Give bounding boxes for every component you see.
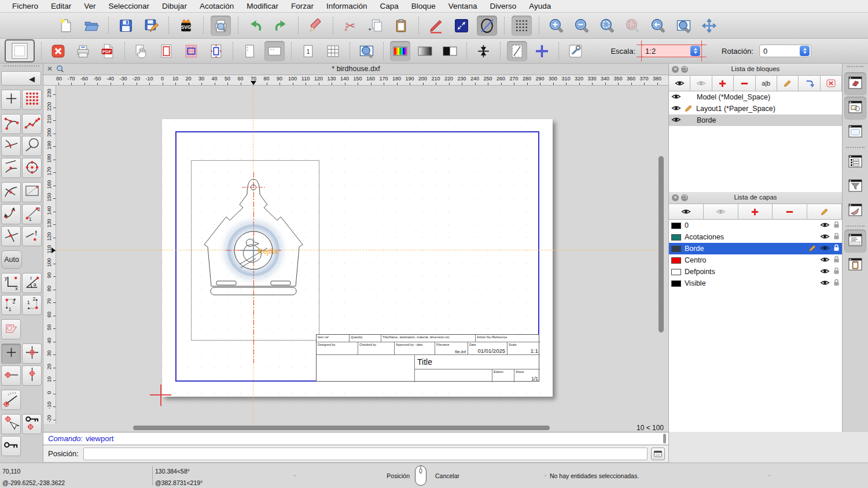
distance-snap-button[interactable]: 12: [22, 204, 42, 224]
layer-eye-icon[interactable]: [820, 233, 830, 242]
page-portrait-button[interactable]: [240, 41, 260, 61]
preview-dock-button[interactable]: [844, 121, 866, 144]
filter-dock-button[interactable]: [844, 175, 866, 198]
menu-seleccionar[interactable]: Seleccionar: [102, 2, 156, 10]
multi-page-button[interactable]: [323, 41, 343, 61]
menu-acotacion[interactable]: Acotación: [193, 2, 240, 10]
grid-toggle-button[interactable]: [512, 16, 532, 36]
menu-capa[interactable]: Capa: [374, 2, 405, 10]
settings-tools-button[interactable]: [565, 41, 586, 61]
restrict-nothing-button[interactable]: [1, 343, 21, 364]
command-scroll-thumb[interactable]: [663, 434, 666, 443]
zoom-selected-button[interactable]: [623, 16, 643, 36]
command-line[interactable]: Comando: viewport: [43, 432, 668, 445]
center-snap-button[interactable]: [22, 158, 42, 178]
draft-mode-button[interactable]: [507, 41, 527, 61]
visibility-eye-icon[interactable]: [671, 105, 681, 113]
lock-relative-zero-button[interactable]: [22, 414, 42, 434]
menu-ayuda[interactable]: Ayuda: [523, 2, 557, 10]
restrict-horizontal-button[interactable]: [1, 365, 21, 386]
undo-button[interactable]: [245, 16, 266, 36]
orthogonal-snap-button[interactable]: [1, 204, 21, 224]
layer-row[interactable]: Acotaciones: [669, 231, 842, 243]
layer-row[interactable]: Borde: [669, 243, 842, 254]
hide-all-blocks-button[interactable]: [690, 76, 712, 91]
delete-entities-button[interactable]: [306, 16, 326, 36]
zoom-previous-button[interactable]: [648, 16, 668, 36]
page-border-button[interactable]: [156, 41, 176, 61]
print-export-button[interactable]: [73, 41, 93, 61]
paste-button[interactable]: [391, 16, 411, 36]
zoom-window-button[interactable]: [674, 16, 694, 36]
layer-eye-icon[interactable]: [820, 245, 830, 253]
pick-point-button[interactable]: [1, 414, 21, 434]
restrict-orthogonal-button[interactable]: [22, 343, 42, 364]
ellipse-tool-button[interactable]: [477, 16, 497, 36]
coordinate-polar-button[interactable]: ra: [22, 273, 42, 293]
pen-dock-button[interactable]: [844, 199, 866, 223]
scale-combobox[interactable]: 1:2: [641, 45, 702, 57]
block-row[interactable]: Layout1 (*Paper_Space): [669, 103, 842, 114]
export-svg-button[interactable]: SVG: [176, 16, 196, 36]
snap-warning-button[interactable]: !: [22, 226, 42, 246]
zoom-pan-button[interactable]: [699, 16, 719, 36]
layer-lock-icon[interactable]: [833, 256, 840, 265]
rotation-stepper[interactable]: [800, 46, 810, 56]
remove-layer-button[interactable]: [773, 204, 807, 219]
auto-button-button[interactable]: Auto: [1, 250, 22, 269]
redo-button[interactable]: [271, 16, 291, 36]
show-all-layers-button[interactable]: [669, 204, 704, 219]
insert-block-button[interactable]: [799, 76, 820, 91]
menu-ver[interactable]: Ver: [78, 2, 102, 10]
remove-block-button[interactable]: [734, 76, 755, 91]
nearest-snap-button[interactable]: [1, 158, 21, 178]
menu-informacion[interactable]: Información: [320, 2, 374, 10]
hatch-area-button[interactable]: [181, 41, 201, 61]
menu-ventana[interactable]: Ventana: [442, 2, 484, 10]
open-file-button[interactable]: [81, 16, 101, 36]
scale-stepper[interactable]: [690, 46, 700, 56]
free-snap-button[interactable]: [1, 90, 21, 110]
add-block-button[interactable]: [712, 76, 734, 91]
restrict-vertical-button[interactable]: [22, 365, 42, 386]
layer-lock-icon[interactable]: [833, 232, 840, 242]
save-as-button[interactable]: [141, 16, 161, 36]
zoom-out-button[interactable]: [572, 16, 592, 36]
color-mode-button[interactable]: [390, 41, 410, 61]
menu-editar[interactable]: Editar: [45, 2, 78, 10]
menu-forzar[interactable]: Forzar: [285, 2, 320, 10]
coordinate-yx-button[interactable]: yx: [1, 273, 21, 293]
menu-modificar[interactable]: Modificar: [240, 2, 285, 10]
drag-page-button[interactable]: [131, 41, 152, 61]
visibility-eye-icon[interactable]: [671, 116, 681, 125]
zoom-window2-button[interactable]: [356, 41, 377, 61]
block-row[interactable]: Model (*Model_Space): [669, 91, 842, 103]
keyboard-button[interactable]: [651, 448, 665, 460]
zoom-auto-button[interactable]: [597, 16, 617, 36]
viewport-fit-button[interactable]: [206, 41, 226, 61]
rotation-combobox[interactable]: 0: [759, 45, 811, 57]
single-page-button[interactable]: 1: [298, 41, 318, 61]
grayscale-mode-button[interactable]: [415, 41, 435, 61]
library-dock-button[interactable]: [844, 97, 866, 120]
layer-row[interactable]: 0: [669, 220, 842, 231]
layer-eye-icon[interactable]: [820, 221, 830, 230]
relative-zero-key-button[interactable]: [1, 436, 21, 456]
layer-row[interactable]: Defpoints: [669, 266, 842, 278]
cut-button[interactable]: ✂: [340, 16, 361, 36]
visibility-eye-icon[interactable]: [671, 93, 681, 102]
reference-snap-button[interactable]: [22, 182, 42, 202]
clipboard-dock-button[interactable]: [844, 254, 866, 277]
canvas[interactable]: Item ref Quantity Title/Name, destinatio…: [56, 86, 668, 424]
menu-fichero[interactable]: Fichero: [6, 2, 45, 10]
layer-eye-icon[interactable]: [820, 279, 830, 288]
center-marks-button[interactable]: [473, 41, 494, 61]
layer-lock-icon[interactable]: [833, 244, 840, 253]
rename-block-button[interactable]: a|b: [756, 76, 777, 91]
corner-snap-21-button[interactable]: 12: [22, 295, 42, 315]
layer-lock-icon[interactable]: [833, 221, 840, 230]
blackwhite-mode-button[interactable]: [440, 41, 460, 61]
menu-diverso[interactable]: Diverso: [483, 2, 523, 10]
grid-snap-button[interactable]: [22, 90, 42, 110]
intersection-manual-button[interactable]: [1, 226, 21, 246]
